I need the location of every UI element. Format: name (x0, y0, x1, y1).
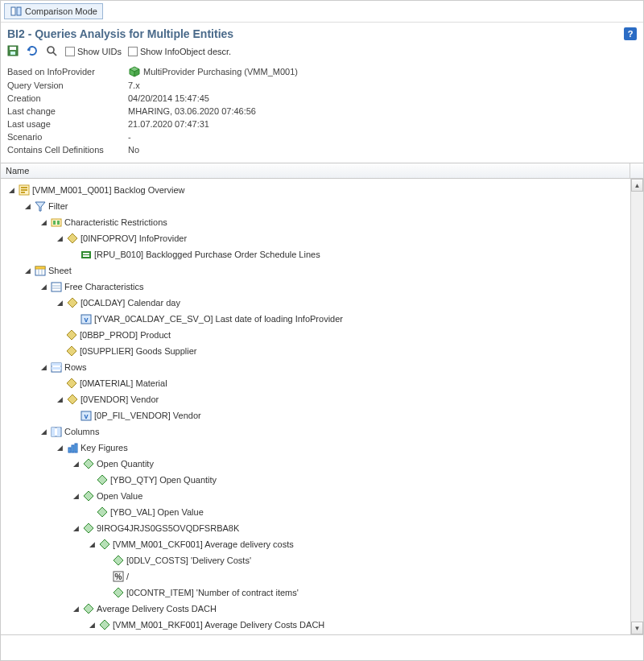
columns-icon (50, 426, 62, 437)
collapse-icon[interactable]: ◢ (72, 460, 80, 468)
tree-label: [VMM_M001_Q001] Backlog Overview (32, 185, 185, 195)
tree-node[interactable]: [YBO_QTY] Open Quantity (1, 472, 643, 488)
comparison-mode-button[interactable]: Comparison Mode (4, 3, 103, 19)
meta-label: Last usage (7, 119, 128, 129)
tree-node[interactable]: [RPU_B010] Backlogged Purchase Order Sch… (1, 246, 643, 262)
tree-label: Average Delivery Costs DACH (97, 604, 217, 613)
variable-icon (80, 410, 92, 421)
meta-value: - (128, 132, 131, 142)
key-figure-icon (82, 523, 94, 534)
collapse-icon[interactable]: ◢ (39, 283, 47, 291)
sheet-icon (34, 265, 46, 276)
column-header-name[interactable]: Name (1, 163, 630, 178)
tree-node[interactable]: [0P_FIL_VENDOR] Vendor (1, 407, 643, 423)
show-uids-label: Show UIDs (77, 47, 122, 56)
collapse-icon[interactable]: ◢ (23, 202, 31, 210)
tree-node[interactable]: ◢9IROG4JRJS0GS5OVQDFSRBA8K (1, 520, 643, 536)
tree-label: [0BBP_PROD] Product (80, 330, 171, 340)
tree-node-rows[interactable]: ◢Rows (1, 359, 643, 375)
tree-label: Characteristic Restrictions (64, 217, 167, 227)
collapse-icon[interactable]: ◢ (88, 540, 96, 548)
char-restr-icon (50, 217, 62, 228)
tree-label: Rows (64, 362, 87, 372)
tree-node[interactable]: ◢[0VENDOR] Vendor (1, 391, 643, 407)
tree-node[interactable]: ◢Open Quantity (1, 456, 643, 472)
tree-label: 9IROG4JRJS0GS5OVQDFSRBA8K (97, 523, 239, 533)
tree-label: Free Characteristics (64, 282, 143, 291)
characteristic-icon (65, 329, 77, 341)
tree-label: [0MATERIAL] Material (80, 378, 167, 388)
scroll-up-icon[interactable]: ▲ (631, 179, 643, 192)
query-tree: ◢[VMM_M001_Q001] Backlog Overview ◢Filte… (1, 179, 643, 634)
collapse-icon[interactable]: ◢ (56, 234, 64, 242)
refresh-icon[interactable] (27, 45, 39, 58)
meta-value: 7.x (128, 81, 140, 90)
tree-node-query[interactable]: ◢[VMM_M001_Q001] Backlog Overview (1, 182, 643, 198)
tree-node[interactable]: ◢Average Delivery Costs DACH (1, 601, 643, 617)
tree-label: [0INFOPROV] InfoProvider (80, 233, 187, 243)
tree-node[interactable]: ◢Characteristic Restrictions (1, 214, 643, 230)
tree-node[interactable]: [0BBP_PROD] Product (1, 327, 643, 343)
show-infoobject-checkbox[interactable]: Show InfoObject descr. (128, 47, 231, 56)
tree-node[interactable]: ◢[VMM_M001_RKF001] Average Delivery Cost… (1, 617, 643, 633)
collapse-icon[interactable]: ◢ (72, 492, 80, 500)
tree-node[interactable]: [0DLV_COSTS] 'Delivery Costs' (1, 552, 643, 568)
query-icon (18, 184, 30, 196)
tree-node[interactable]: ◢Free Characteristics (1, 279, 643, 295)
tree-node-filter[interactable]: ◢Filter (1, 198, 643, 214)
key-figures-icon (66, 442, 78, 453)
key-figure-icon (82, 490, 94, 502)
tree-node[interactable]: ◢[VMM_M001_CKF001] Average delivery cost… (1, 536, 643, 552)
variable-icon (80, 313, 92, 324)
collapse-icon[interactable]: ◢ (39, 428, 47, 436)
show-infoobject-label: Show InfoObject descr. (140, 47, 231, 56)
scroll-down-icon[interactable]: ▼ (631, 622, 643, 634)
show-uids-checkbox[interactable]: Show UIDs (65, 47, 122, 56)
tree-label: [YVAR_0CALDAY_CE_SV_O] Last date of load… (94, 314, 343, 324)
collapse-icon[interactable]: ◢ (56, 299, 64, 307)
tree-label: Open Value (97, 491, 142, 501)
collapse-icon[interactable]: ◢ (7, 186, 15, 194)
collapse-icon[interactable]: ◢ (39, 218, 47, 226)
tree-node[interactable]: ◢Key Figures (1, 440, 643, 456)
tree-node[interactable]: / (1, 568, 643, 585)
tree-node[interactable]: [0MATERIAL] Material (1, 375, 643, 391)
checkbox-icon (128, 47, 138, 56)
tree-label: Sheet (48, 266, 72, 275)
tree-label: [YBO_QTY] Open Quantity (110, 475, 217, 485)
tree-node[interactable]: [YVAR_0CALDAY_CE_SV_O] Last date of load… (1, 311, 643, 327)
tree-node[interactable]: [YBO_VAL] Open Value (1, 504, 643, 520)
collapse-icon[interactable]: ◢ (72, 605, 80, 613)
collapse-icon[interactable]: ◢ (23, 266, 31, 275)
collapse-icon[interactable]: ◢ (72, 524, 80, 532)
collapse-icon[interactable]: ◢ (56, 395, 64, 403)
key-figure-icon (98, 619, 110, 630)
characteristic-icon (66, 297, 78, 308)
key-figure-icon (112, 555, 124, 566)
tree-node[interactable]: [0SUPPLIER] Goods Supplier (1, 343, 643, 359)
collapse-icon[interactable]: ◢ (39, 363, 47, 371)
collapse-icon[interactable]: ◢ (88, 621, 96, 629)
help-button[interactable]: ? (624, 27, 637, 40)
tree-node[interactable]: [0CONTR_ITEM] 'Number of contract items' (1, 585, 643, 601)
key-figure-icon (112, 587, 124, 598)
key-figure-icon (96, 506, 108, 518)
comparison-mode-label: Comparison Mode (25, 6, 97, 16)
page-title: BI2 - Queries Analysis for Multiple Enti… (7, 27, 233, 40)
key-figure-icon (98, 539, 110, 550)
tree-node-sheet[interactable]: ◢Sheet (1, 262, 643, 279)
collapse-icon[interactable]: ◢ (56, 444, 64, 452)
tree-label: Filter (48, 201, 68, 211)
search-icon[interactable] (46, 45, 59, 58)
vertical-scrollbar[interactable]: ▲ ▼ (630, 179, 643, 634)
meta-label: Based on InfoProvider (7, 67, 128, 76)
tree-node-columns[interactable]: ◢Columns (1, 423, 643, 440)
save-icon[interactable] (7, 45, 20, 58)
tree-node[interactable]: ◢[0CALDAY] Calendar day (1, 295, 643, 311)
tree-node[interactable]: ◢Open Value (1, 488, 643, 504)
meta-value: 21.07.2020 07:47:31 (128, 119, 209, 129)
tree-node[interactable]: ◢[0INFOPROV] InfoProvider (1, 230, 643, 246)
tree-label: [VMM_M001_RKF001] Average Delivery Costs… (113, 620, 324, 630)
characteristic-icon (65, 345, 77, 357)
characteristic-icon (65, 378, 77, 389)
